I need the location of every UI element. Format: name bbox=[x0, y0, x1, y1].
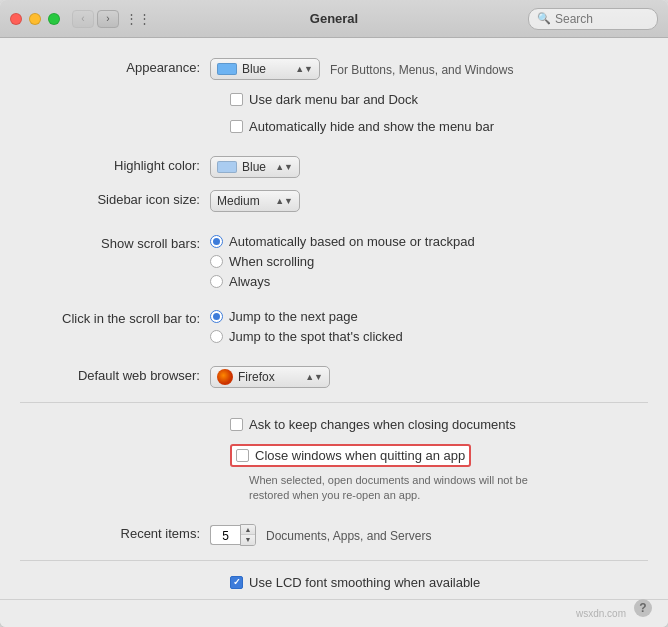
recent-items-label: Recent items: bbox=[30, 524, 200, 541]
forward-button[interactable]: › bbox=[97, 10, 119, 28]
appearance-dropdown[interactable]: Blue ▲▼ bbox=[210, 58, 320, 80]
sidebar-icon-size-label: Sidebar icon size: bbox=[30, 190, 200, 207]
sidebar-icon-size-arrow: ▲▼ bbox=[275, 196, 293, 206]
close-windows-checkbox[interactable] bbox=[236, 449, 249, 462]
click-next-label: Jump to the next page bbox=[229, 309, 358, 324]
scroll-auto-radio-row[interactable]: Automatically based on mouse or trackpad bbox=[210, 234, 638, 249]
traffic-lights bbox=[10, 13, 60, 25]
highlight-color-value: Blue bbox=[242, 160, 271, 174]
close-windows-highlight: Close windows when quitting an app bbox=[230, 444, 471, 467]
help-button[interactable]: ? bbox=[634, 599, 652, 617]
scroll-scrolling-label: When scrolling bbox=[229, 254, 314, 269]
auto-hide-menu-row: Automatically hide and show the menu bar bbox=[0, 119, 668, 134]
grid-button[interactable]: ⋮⋮ bbox=[127, 10, 149, 28]
click-scroll-label: Click in the scroll bar to: bbox=[30, 309, 200, 326]
settings-window: ‹ › ⋮⋮ General 🔍 Appearance: Blue ▲▼ bbox=[0, 0, 668, 627]
stepper-down[interactable]: ▼ bbox=[241, 535, 255, 545]
window-bottom: wsxdn.com ? bbox=[0, 599, 668, 627]
dark-menu-bar-checkbox[interactable] bbox=[230, 93, 243, 106]
highlight-color-label: Highlight color: bbox=[30, 156, 200, 173]
appearance-dropdown-value: Blue bbox=[242, 62, 291, 76]
auto-hide-menu-label: Automatically hide and show the menu bar bbox=[249, 119, 494, 134]
watermark: wsxdn.com bbox=[576, 608, 626, 619]
ask-keep-changes-checkbox-row[interactable]: Ask to keep changes when closing documen… bbox=[230, 417, 516, 432]
highlight-color-dropdown[interactable]: Blue ▲▼ bbox=[210, 156, 300, 178]
appearance-description: For Buttons, Menus, and Windows bbox=[330, 61, 513, 77]
highlight-color-row: Highlight color: Blue ▲▼ bbox=[0, 156, 668, 178]
dark-menu-bar-row: Use dark menu bar and Dock bbox=[0, 92, 668, 107]
close-windows-checkbox-row[interactable]: Close windows when quitting an app bbox=[230, 444, 638, 467]
scroll-always-label: Always bbox=[229, 274, 270, 289]
click-spot-label: Jump to the spot that's clicked bbox=[229, 329, 403, 344]
window-title: General bbox=[310, 11, 358, 26]
scroll-always-radio[interactable] bbox=[210, 275, 223, 288]
sidebar-icon-size-value: Medium bbox=[217, 194, 271, 208]
appearance-label: Appearance: bbox=[30, 58, 200, 75]
scroll-scrolling-radio[interactable] bbox=[210, 255, 223, 268]
lcd-smoothing-checkbox[interactable] bbox=[230, 576, 243, 589]
search-box[interactable]: 🔍 bbox=[528, 8, 658, 30]
scroll-auto-radio[interactable] bbox=[210, 235, 223, 248]
recent-items-description: Documents, Apps, and Servers bbox=[266, 527, 431, 543]
close-button[interactable] bbox=[10, 13, 22, 25]
ask-keep-changes-row: Ask to keep changes when closing documen… bbox=[0, 417, 668, 432]
click-scroll-row: Click in the scroll bar to: Jump to the … bbox=[0, 309, 668, 344]
close-windows-label: Close windows when quitting an app bbox=[255, 448, 465, 463]
ask-keep-changes-checkbox[interactable] bbox=[230, 418, 243, 431]
nav-buttons: ‹ › bbox=[72, 10, 119, 28]
sidebar-icon-size-row: Sidebar icon size: Medium ▲▼ bbox=[0, 190, 668, 212]
click-spot-radio[interactable] bbox=[210, 330, 223, 343]
search-icon: 🔍 bbox=[537, 12, 551, 25]
lcd-smoothing-label: Use LCD font smoothing when available bbox=[249, 575, 480, 590]
web-browser-label: Default web browser: bbox=[30, 366, 200, 383]
sidebar-icon-size-dropdown[interactable]: Medium ▲▼ bbox=[210, 190, 300, 212]
firefox-icon bbox=[217, 369, 233, 385]
dark-menu-bar-checkbox-row[interactable]: Use dark menu bar and Dock bbox=[230, 92, 418, 107]
web-browser-dropdown[interactable]: Firefox ▲▼ bbox=[210, 366, 330, 388]
search-input[interactable] bbox=[555, 12, 649, 26]
highlight-color-swatch bbox=[217, 161, 237, 173]
click-next-radio-row[interactable]: Jump to the next page bbox=[210, 309, 638, 324]
scroll-auto-label: Automatically based on mouse or trackpad bbox=[229, 234, 475, 249]
appearance-content: Blue ▲▼ For Buttons, Menus, and Windows bbox=[210, 58, 638, 80]
show-scroll-bars-options: Automatically based on mouse or trackpad… bbox=[210, 234, 638, 289]
click-spot-radio-row[interactable]: Jump to the spot that's clicked bbox=[210, 329, 638, 344]
lcd-smoothing-row: Use LCD font smoothing when available bbox=[0, 575, 668, 590]
separator-1 bbox=[20, 402, 648, 403]
web-browser-value: Firefox bbox=[238, 370, 301, 384]
scroll-scrolling-radio-row[interactable]: When scrolling bbox=[210, 254, 638, 269]
stepper-arrows: ▲ ▼ bbox=[240, 524, 256, 546]
maximize-button[interactable] bbox=[48, 13, 60, 25]
titlebar: ‹ › ⋮⋮ General 🔍 bbox=[0, 0, 668, 38]
show-scroll-bars-row: Show scroll bars: Automatically based on… bbox=[0, 234, 668, 289]
lcd-smoothing-checkbox-row[interactable]: Use LCD font smoothing when available bbox=[230, 575, 480, 590]
ask-keep-changes-label: Ask to keep changes when closing documen… bbox=[249, 417, 516, 432]
recent-items-row: Recent items: 5 ▲ ▼ Documents, Apps, and… bbox=[0, 524, 668, 546]
highlight-color-arrow: ▲▼ bbox=[275, 162, 293, 172]
stepper-up[interactable]: ▲ bbox=[241, 525, 255, 535]
auto-hide-menu-checkbox-row[interactable]: Automatically hide and show the menu bar bbox=[230, 119, 494, 134]
minimize-button[interactable] bbox=[29, 13, 41, 25]
appearance-color-swatch bbox=[217, 63, 237, 75]
close-windows-help: When selected, open documents and window… bbox=[230, 473, 550, 504]
web-browser-row: Default web browser: Firefox ▲▼ bbox=[0, 366, 668, 388]
recent-items-value: 5 bbox=[210, 525, 240, 545]
close-windows-content: Close windows when quitting an app When … bbox=[230, 444, 638, 504]
click-next-radio[interactable] bbox=[210, 310, 223, 323]
close-windows-row: Close windows when quitting an app When … bbox=[0, 444, 668, 504]
appearance-row: Appearance: Blue ▲▼ For Buttons, Menus, … bbox=[0, 58, 668, 80]
settings-content: Appearance: Blue ▲▼ For Buttons, Menus, … bbox=[0, 38, 668, 599]
dark-menu-bar-label: Use dark menu bar and Dock bbox=[249, 92, 418, 107]
back-button[interactable]: ‹ bbox=[72, 10, 94, 28]
scroll-always-radio-row[interactable]: Always bbox=[210, 274, 638, 289]
show-scroll-bars-label: Show scroll bars: bbox=[30, 234, 200, 251]
click-scroll-options: Jump to the next page Jump to the spot t… bbox=[210, 309, 638, 344]
recent-items-stepper[interactable]: 5 ▲ ▼ bbox=[210, 524, 256, 546]
web-browser-arrow: ▲▼ bbox=[305, 372, 323, 382]
appearance-dropdown-arrow: ▲▼ bbox=[295, 64, 313, 74]
separator-2 bbox=[20, 560, 648, 561]
auto-hide-menu-checkbox[interactable] bbox=[230, 120, 243, 133]
